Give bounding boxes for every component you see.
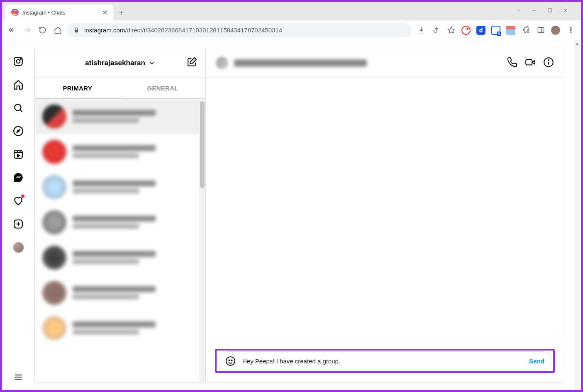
create-plus-icon[interactable] <box>13 219 24 229</box>
profile-avatar[interactable] <box>13 242 24 253</box>
svg-point-35 <box>548 60 549 61</box>
scroll-up-icon[interactable]: ▲ <box>574 40 580 46</box>
explore-compass-icon[interactable] <box>13 126 24 136</box>
svg-point-14 <box>17 60 20 63</box>
search-icon[interactable] <box>13 102 24 113</box>
conversation-title[interactable] <box>234 59 367 67</box>
extension-glasses-icon[interactable] <box>506 26 515 35</box>
chat-item[interactable] <box>35 99 205 134</box>
url-field[interactable]: instagram.com/direct/t/34028236684171030… <box>67 23 412 37</box>
extension-icons: d <box>417 26 575 35</box>
send-button[interactable]: Send <box>529 358 544 365</box>
conversation-body <box>206 78 564 343</box>
composer-wrap: Send <box>206 343 564 382</box>
instagram-logo-icon[interactable] <box>13 56 24 67</box>
reload-icon[interactable] <box>39 26 46 34</box>
reels-icon[interactable] <box>13 149 24 160</box>
navigation-icons <box>8 26 62 34</box>
instagram-favicon <box>11 9 19 16</box>
svg-point-16 <box>15 104 21 110</box>
svg-point-15 <box>20 58 21 59</box>
lock-icon <box>73 27 79 33</box>
tab-general[interactable]: GENERAL <box>120 78 206 98</box>
chevron-down-icon <box>149 60 155 66</box>
tab-primary[interactable]: PRIMARY <box>35 78 120 98</box>
composer-highlight: Send <box>215 349 555 373</box>
forward-icon[interactable] <box>23 26 31 34</box>
browser-chrome: Instagram • Chats ✕ ＋ instagram.com/dire… <box>2 2 581 40</box>
window-controls <box>515 2 578 20</box>
message-input[interactable] <box>242 358 522 365</box>
chat-item[interactable] <box>35 134 205 169</box>
url-text: instagram.com/direct/t/34028236684171030… <box>84 27 282 34</box>
svg-point-37 <box>229 360 229 360</box>
svg-line-17 <box>20 110 22 112</box>
svg-marker-7 <box>448 27 454 33</box>
notifications-heart-icon[interactable] <box>13 195 24 206</box>
extensions-puzzle-icon[interactable] <box>521 26 530 35</box>
new-message-icon[interactable] <box>187 57 197 69</box>
new-tab-button[interactable]: ＋ <box>115 6 127 19</box>
chat-list-scrollbar[interactable] <box>199 99 205 382</box>
download-icon[interactable] <box>417 26 426 35</box>
profile-avatar-icon[interactable] <box>551 26 560 35</box>
svg-point-38 <box>232 360 232 360</box>
inbox-column: atishrajasekharan PRIMARY GENERAL <box>35 48 206 382</box>
svg-point-11 <box>570 29 571 31</box>
chat-list <box>35 99 205 382</box>
svg-point-10 <box>570 27 571 29</box>
tab-title: Instagram • Chats <box>22 10 66 16</box>
account-switcher[interactable]: atishrajasekharan <box>85 59 155 67</box>
minimize-icon[interactable] <box>531 7 537 15</box>
chat-item[interactable] <box>35 275 205 310</box>
extension-badge-icon[interactable] <box>491 26 500 35</box>
svg-point-12 <box>570 32 571 33</box>
chat-item[interactable] <box>35 169 205 205</box>
info-icon[interactable] <box>543 57 554 69</box>
page-scrollbar[interactable]: ▲ <box>574 40 580 390</box>
conversation-header <box>206 48 564 78</box>
chat-item[interactable] <box>35 240 205 275</box>
svg-rect-8 <box>538 27 544 33</box>
extension-d-icon[interactable]: d <box>476 26 485 35</box>
chevron-down-icon[interactable] <box>515 7 521 15</box>
chat-item[interactable] <box>35 205 205 240</box>
svg-marker-24 <box>17 154 20 157</box>
conversation-avatar[interactable] <box>216 57 228 69</box>
inbox-tabs: PRIMARY GENERAL <box>35 78 205 99</box>
messages-icon[interactable] <box>13 172 24 183</box>
address-bar: instagram.com/direct/t/34028236684171030… <box>2 20 581 40</box>
kebab-menu-icon[interactable] <box>566 26 575 35</box>
extension-opera-icon[interactable] <box>461 26 471 35</box>
tab-close-icon[interactable]: ✕ <box>102 9 107 17</box>
conversation-actions <box>507 57 554 69</box>
audio-call-icon[interactable] <box>507 57 517 69</box>
svg-marker-19 <box>17 130 20 133</box>
maximize-icon[interactable] <box>547 7 553 15</box>
chat-item[interactable] <box>35 310 205 346</box>
home-icon[interactable] <box>54 26 62 34</box>
back-icon[interactable] <box>8 26 16 34</box>
browser-tab[interactable]: Instagram • Chats ✕ <box>5 5 113 20</box>
instagram-nav-rail <box>2 40 34 390</box>
emoji-icon[interactable] <box>225 356 236 366</box>
inbox-header: atishrajasekharan <box>35 48 205 78</box>
bookmark-star-icon[interactable] <box>446 26 456 35</box>
svg-rect-20 <box>14 150 22 158</box>
share-icon[interactable] <box>432 26 441 35</box>
username-label: atishrajasekharan <box>85 59 145 67</box>
svg-point-36 <box>226 357 235 365</box>
svg-rect-31 <box>526 59 532 65</box>
composer: Send <box>217 351 552 370</box>
svg-rect-1 <box>548 9 551 12</box>
dm-panel: atishrajasekharan PRIMARY GENERAL <box>34 48 564 382</box>
page-content: atishrajasekharan PRIMARY GENERAL <box>2 40 581 390</box>
conversation-column: Send <box>206 48 564 382</box>
video-call-icon[interactable] <box>525 57 536 69</box>
more-hamburger-icon[interactable] <box>13 372 24 382</box>
svg-marker-32 <box>532 60 535 64</box>
side-panel-icon[interactable] <box>536 26 545 35</box>
home-nav-icon[interactable] <box>13 79 24 90</box>
tab-bar: Instagram • Chats ✕ ＋ <box>2 2 581 20</box>
window-close-icon[interactable] <box>563 7 568 15</box>
